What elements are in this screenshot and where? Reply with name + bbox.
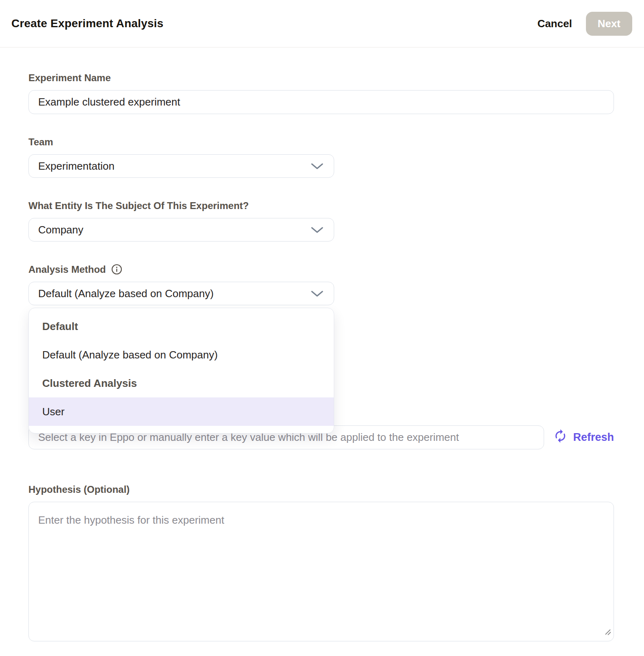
refresh-label: Refresh	[573, 431, 614, 444]
analysis-method-label: Analysis Method	[28, 263, 106, 275]
next-button[interactable]: Next	[586, 12, 632, 36]
entity-select-value: Company	[38, 224, 83, 236]
chevron-down-icon	[311, 224, 323, 236]
analysis-method-select-value: Default (Analyze based on Company)	[38, 287, 214, 300]
refresh-icon	[553, 429, 568, 446]
refresh-link[interactable]: Refresh	[553, 429, 614, 446]
dropdown-group-clustered-analysis: Clustered Analysis	[29, 369, 334, 397]
analysis-method-select[interactable]: Default (Analyze based on Company)	[28, 282, 334, 305]
analysis-method-label-row: Analysis Method	[28, 263, 614, 275]
hypothesis-label: Hypothesis (Optional)	[28, 483, 614, 495]
dropdown-group-default: Default	[29, 312, 334, 341]
header-actions: Cancel Next	[537, 12, 632, 36]
team-select-value: Experimentation	[38, 160, 115, 173]
info-icon[interactable]	[111, 264, 122, 275]
page-title: Create Experiment Analysis	[11, 17, 164, 30]
cancel-button[interactable]: Cancel	[537, 17, 572, 30]
experiment-form: Experiment Name Team Experimentation Wha…	[0, 72, 644, 641]
experiment-name-label: Experiment Name	[28, 72, 614, 84]
hypothesis-textarea[interactable]	[28, 502, 614, 641]
team-select[interactable]: Experimentation	[28, 154, 334, 178]
team-label: Team	[28, 136, 614, 148]
analysis-method-dropdown-menu: Default Default (Analyze based on Compan…	[28, 308, 334, 434]
chevron-down-icon	[311, 287, 323, 300]
dropdown-option-user[interactable]: User	[29, 397, 334, 426]
modal-header: Create Experiment Analysis Cancel Next	[0, 0, 644, 47]
chevron-down-icon	[311, 160, 323, 173]
experiment-name-input[interactable]	[28, 90, 614, 114]
dropdown-option-default-company[interactable]: Default (Analyze based on Company)	[29, 341, 334, 369]
entity-select[interactable]: Company	[28, 218, 334, 242]
hypothesis-textarea-wrap	[28, 502, 614, 641]
entity-label: What Entity Is The Subject Of This Exper…	[28, 200, 614, 211]
